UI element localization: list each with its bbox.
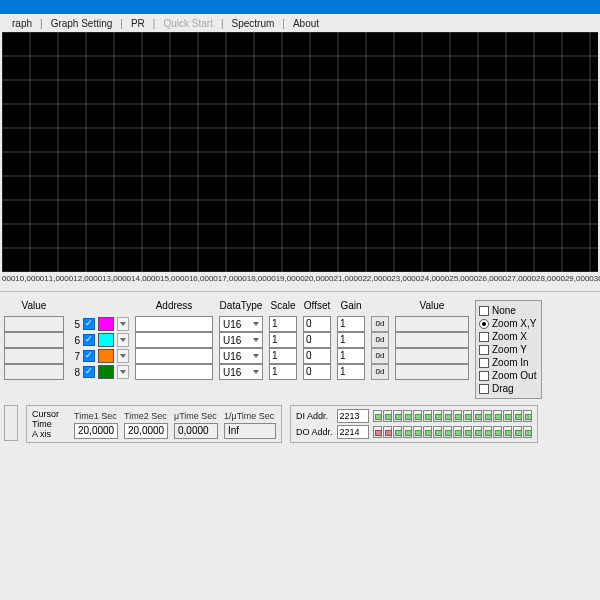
x-tick: 13,0000 (102, 274, 131, 283)
value-display (395, 348, 469, 364)
menubar: raph| Graph Setting| PR| Quick Start| Sp… (0, 14, 600, 32)
channel-number: 6 (70, 335, 80, 346)
channel-color-dropdown[interactable] (117, 317, 129, 331)
format-button[interactable]: 0d (371, 348, 389, 364)
do-led-indicator[interactable] (423, 426, 432, 438)
do-led-indicator[interactable] (433, 426, 442, 438)
scale-input[interactable]: 1 (269, 364, 297, 380)
format-button[interactable]: 0d (371, 332, 389, 348)
zoom-option-toggle[interactable] (479, 345, 489, 355)
channel-color-swatch[interactable] (98, 349, 114, 363)
do-addr-input[interactable]: 2214 (337, 425, 369, 439)
zoom-option-toggle[interactable] (479, 384, 489, 394)
zoom-option-label: Zoom In (492, 357, 529, 368)
menu-pr[interactable]: PR (123, 18, 153, 29)
gain-input[interactable]: 1 (337, 316, 365, 332)
x-tick: 29,0000 (565, 274, 594, 283)
datatype-select[interactable]: U16 (219, 348, 263, 364)
zoom-option-label: Zoom Y (492, 344, 527, 355)
do-led-indicator[interactable] (463, 426, 472, 438)
gain-input[interactable]: 1 (337, 364, 365, 380)
do-led-indicator[interactable] (473, 426, 482, 438)
do-led-indicator[interactable] (373, 426, 382, 438)
x-axis-ticks: 00010,000011,000012,000013,000014,000015… (0, 274, 596, 283)
x-tick: 22,0000 (362, 274, 391, 283)
di-led-indicator (393, 410, 402, 422)
address-input[interactable] (135, 332, 213, 348)
channel-enable-checkbox[interactable] (83, 350, 95, 362)
menu-graph[interactable]: raph (4, 18, 40, 29)
offset-input[interactable]: 0 (303, 332, 331, 348)
datatype-select[interactable]: U16 (219, 332, 263, 348)
do-led-indicator[interactable] (443, 426, 452, 438)
address-input[interactable] (135, 364, 213, 380)
col-header-offset: Offset (303, 300, 331, 313)
zoom-option-toggle[interactable] (479, 319, 489, 329)
di-led-array (373, 410, 532, 422)
di-led-indicator (473, 410, 482, 422)
offset-input[interactable]: 0 (303, 348, 331, 364)
time2-input[interactable]: 20,0000 (124, 423, 168, 439)
do-led-indicator[interactable] (503, 426, 512, 438)
do-led-indicator[interactable] (513, 426, 522, 438)
do-led-indicator[interactable] (383, 426, 392, 438)
channel-enable-checkbox[interactable] (83, 366, 95, 378)
zoom-option-toggle[interactable] (479, 306, 489, 316)
menu-about[interactable]: About (285, 18, 327, 29)
do-led-indicator[interactable] (523, 426, 532, 438)
di-addr-input[interactable]: 2213 (337, 409, 369, 423)
address-input[interactable] (135, 348, 213, 364)
scale-input[interactable]: 1 (269, 316, 297, 332)
channel-color-dropdown[interactable] (117, 365, 129, 379)
zoom-option-toggle[interactable] (479, 358, 489, 368)
scale-input[interactable]: 1 (269, 332, 297, 348)
channel-enable-checkbox[interactable] (83, 334, 95, 346)
col-header-gain: Gain (337, 300, 365, 313)
do-led-indicator[interactable] (453, 426, 462, 438)
channel-color-swatch[interactable] (98, 365, 114, 379)
do-led-indicator[interactable] (393, 426, 402, 438)
x-tick: 21,0000 (334, 274, 363, 283)
gain-input[interactable]: 1 (337, 348, 365, 364)
channel-number: 7 (70, 351, 80, 362)
plot-area[interactable] (2, 32, 598, 272)
zoom-option-toggle[interactable] (479, 371, 489, 381)
menu-spectrum[interactable]: Spectrum (224, 18, 283, 29)
di-led-indicator (483, 410, 492, 422)
zoom-option-toggle[interactable] (479, 332, 489, 342)
offset-input[interactable]: 0 (303, 316, 331, 332)
x-tick: 16,0000 (189, 274, 218, 283)
x-tick: 18,0000 (247, 274, 276, 283)
x-tick: 17,0000 (218, 274, 247, 283)
do-led-indicator[interactable] (413, 426, 422, 438)
do-led-indicator[interactable] (403, 426, 412, 438)
do-addr-label: DO Addr. (296, 427, 333, 437)
col-header-datatype: DataType (219, 300, 263, 313)
channel-color-swatch[interactable] (98, 333, 114, 347)
menu-graph-setting[interactable]: Graph Setting (43, 18, 121, 29)
channel-number: 5 (70, 319, 80, 330)
time1-input[interactable]: 20,0000 (74, 423, 118, 439)
x-tick: 14,0000 (131, 274, 160, 283)
di-led-indicator (463, 410, 472, 422)
di-led-indicator (443, 410, 452, 422)
address-input[interactable] (135, 316, 213, 332)
scale-input[interactable]: 1 (269, 348, 297, 364)
channel-enable-checkbox[interactable] (83, 318, 95, 330)
channel-color-dropdown[interactable] (117, 349, 129, 363)
col-header-value: Value (4, 300, 64, 313)
x-tick: 25,0000 (449, 274, 478, 283)
do-led-indicator[interactable] (493, 426, 502, 438)
channel-color-dropdown[interactable] (117, 333, 129, 347)
left-stub-panel (4, 405, 18, 441)
channel-color-swatch[interactable] (98, 317, 114, 331)
datatype-select[interactable]: U16 (219, 316, 263, 332)
di-led-indicator (403, 410, 412, 422)
gain-input[interactable]: 1 (337, 332, 365, 348)
offset-input[interactable]: 0 (303, 364, 331, 380)
format-button[interactable]: 0d (371, 364, 389, 380)
do-led-indicator[interactable] (483, 426, 492, 438)
do-led-array (373, 426, 532, 438)
datatype-select[interactable]: U16 (219, 364, 263, 380)
format-button[interactable]: 0d (371, 316, 389, 332)
